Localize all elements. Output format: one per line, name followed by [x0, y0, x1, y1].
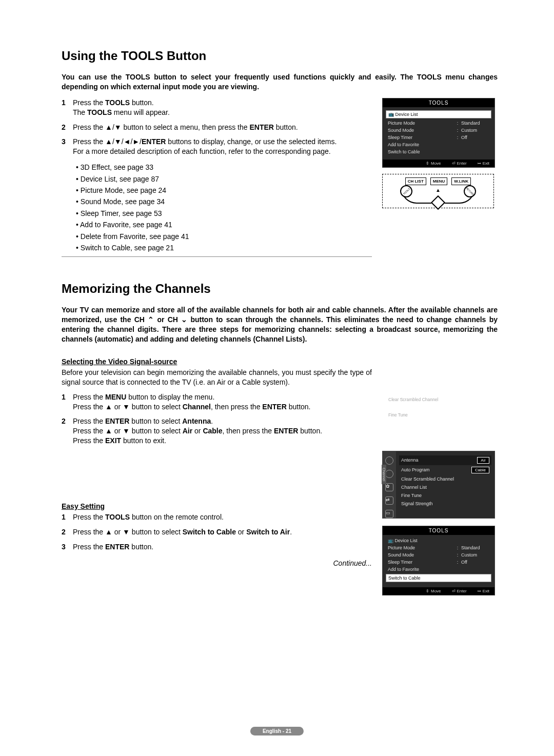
channel-tabs: Channel ✿ ⇄ ▭: [383, 451, 396, 518]
page-badge: English - 21: [250, 727, 304, 735]
channel-row[interactable]: AntennaAir: [399, 455, 491, 465]
channel-label: Channel List: [401, 485, 427, 490]
channel-panel: Channel ✿ ⇄ ▭ AntennaAirAuto ProgramCabl…: [382, 451, 495, 519]
gear-icon: ✿: [385, 483, 393, 491]
nav-square-icon: [431, 195, 445, 210]
channel-value: Cable: [471, 467, 489, 473]
section1-intro: You can use the TOOLS button to select y…: [62, 72, 498, 92]
tools-panel-1: TOOLS 📺 Device List Picture Mode:Standar…: [382, 98, 495, 168]
tools-panel-2: TOOLS 📺 Device List Picture Mode:Standar…: [382, 526, 495, 595]
mini-menu: Clear Scrambled Channel Fine Tune: [382, 393, 498, 421]
tools-row-switch[interactable]: Switch to Cable: [386, 574, 491, 582]
tools-title: TOOLS: [383, 98, 494, 107]
section2-heading: Memorizing the Channels: [62, 282, 498, 296]
up-arrow-icon: ▲: [436, 187, 441, 193]
step-num: 1: [62, 98, 73, 117]
channel-label: Antenna: [401, 457, 419, 463]
switch-label: Switch to Cable: [388, 575, 489, 581]
channel-row[interactable]: Fine Tune: [399, 491, 491, 500]
exit-hint: ↦ Exit: [476, 589, 489, 593]
mini-menu-item: Fine Tune: [387, 411, 492, 419]
tools-row: Picture Mode:Standard: [386, 544, 491, 551]
channel-label: Fine Tune: [401, 493, 422, 498]
bullet: Add to Favorite, see page 41: [76, 219, 372, 230]
sub2-head: Easy Setting: [62, 502, 372, 510]
step: 1Press the MENU button to display the me…: [62, 392, 372, 412]
step-num: 3: [62, 137, 73, 156]
bullet: Delete from Favorite, see page 41: [76, 231, 372, 242]
tools-row: Picture Mode:Standard: [386, 120, 491, 127]
return-icon: RETURN: [465, 186, 475, 196]
step-body: Press the ENTER button.: [73, 542, 372, 552]
bullet: 3D Effect, see page 33: [76, 162, 372, 173]
channel-label: Signal Strength: [401, 501, 433, 506]
exit-hint: ↦ Exit: [476, 161, 489, 166]
step-body: Press the MENU button to display the men…: [73, 392, 372, 412]
remote-btn-chlist: CH LIST: [405, 177, 426, 185]
sub1-head: Selecting the Video Signal-source: [62, 357, 372, 366]
step-num: 2: [62, 416, 73, 446]
step-num: 1: [62, 392, 73, 412]
step-body: Press the ▲ or ▼ button to select Switch…: [73, 527, 372, 537]
device-list-label: 📺 Device List: [388, 112, 489, 117]
step-num: 2: [62, 123, 73, 132]
move-hint: ⇕ Move: [424, 589, 441, 593]
step-num: 2: [62, 527, 73, 537]
manual-page: Using the TOOLS Button You can use the T…: [0, 0, 554, 756]
bullet: Switch to Cable, see page 21: [76, 242, 372, 253]
step-body: Press the ▲/▼ button to select a menu, t…: [73, 123, 372, 132]
channel-row[interactable]: Signal Strength: [399, 500, 491, 508]
step: 2Press the ENTER button to select Antenn…: [62, 416, 372, 446]
step: 2Press the ▲/▼ button to select a menu, …: [62, 123, 372, 132]
channel-value: Air: [477, 457, 489, 464]
step-num: 1: [62, 512, 73, 522]
tab-icon: ▭: [385, 510, 393, 518]
tools-title: TOOLS: [383, 526, 494, 535]
bullet: Device List, see page 87: [76, 173, 372, 185]
tools-footer: ⇕ Move ⏎ Enter ↦ Exit: [383, 160, 494, 167]
tools-row: Switch to Cable: [386, 148, 491, 155]
bullet: Sound Mode, see page 34: [76, 196, 372, 207]
divider: [62, 256, 372, 257]
channel-row[interactable]: Channel List: [399, 483, 491, 491]
channel-row[interactable]: Auto ProgramCable: [399, 465, 491, 475]
enter-hint: ⏎ Enter: [450, 589, 467, 593]
remote-btn-wlink: W.LINK: [451, 177, 471, 185]
tools-icon: TOOLS: [402, 187, 410, 195]
section1-heading: Using the TOOLS Button: [62, 49, 498, 63]
step-body: Press the ENTER button to select Antenna…: [73, 416, 372, 446]
bullet: Sleep Timer, see page 53: [76, 208, 372, 219]
tools-row: Sound Mode:Custom: [386, 127, 491, 134]
tools-footer: ⇕ Move ⏎ Enter ↦ Exit: [383, 587, 494, 595]
tab-icon: [385, 456, 393, 465]
channel-side-label: Channel: [382, 465, 386, 484]
tools-row-device-list[interactable]: 📺 Device List: [386, 110, 491, 118]
step-num: 3: [62, 542, 73, 552]
mini-menu-item: Clear Scrambled Channel: [387, 395, 492, 404]
step: 3Press the ▲/▼/◄/►/ENTER buttons to disp…: [62, 137, 372, 156]
channel-row[interactable]: Clear Scrambled Channel: [399, 475, 491, 483]
step-body: Press the TOOLS button on the remote con…: [73, 512, 372, 522]
sub1-intro: Before your television can begin memoriz…: [62, 368, 372, 387]
tools-row: Sound Mode:Custom: [386, 551, 491, 559]
bullet: Picture Mode, see page 24: [76, 185, 372, 196]
section2-intro: Your TV can memorize and store all of th…: [62, 305, 498, 344]
move-hint: ⇕ Move: [424, 161, 441, 166]
step: 3Press the ENTER button.: [62, 542, 372, 552]
step-body: Press the ▲/▼/◄/►/ENTER buttons to displ…: [73, 137, 372, 156]
step: 2Press the ▲ or ▼ button to select Switc…: [62, 527, 372, 537]
section1-bullets: 3D Effect, see page 33Device List, see p…: [76, 162, 372, 253]
channel-label: Clear Scrambled Channel: [401, 476, 454, 482]
continued: Continued...: [62, 559, 372, 567]
step-body: Press the TOOLS button.The TOOLS menu wi…: [73, 98, 372, 117]
tab-icon: ⇄: [385, 496, 393, 505]
tab-icon: [385, 470, 393, 478]
enter-hint: ⏎ Enter: [450, 161, 467, 166]
tools-row: 📺 Device List: [386, 537, 491, 544]
remote-btn-menu: MENU: [430, 177, 448, 185]
channel-label: Auto Program: [401, 467, 430, 472]
step: 1Press the TOOLS button.The TOOLS menu w…: [62, 98, 372, 117]
tools-row: Sleep Timer:Off: [386, 134, 491, 141]
remote-illustration: CH LIST MENU W.LINK TOOLS RETURN ▲: [382, 174, 494, 208]
tools-row: Add to Favorite: [386, 141, 491, 148]
